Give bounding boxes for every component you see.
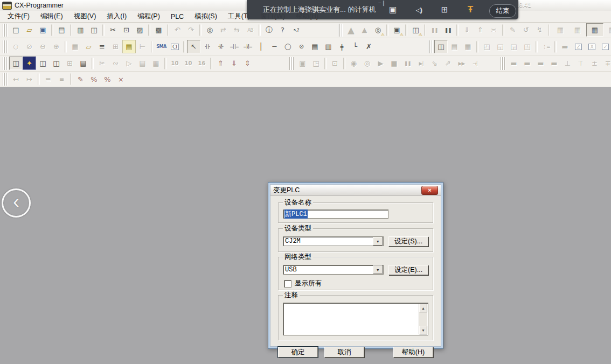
line-connect-icon[interactable]: └ xyxy=(349,40,362,53)
menu-file[interactable]: 文件(F) xyxy=(2,11,35,22)
monitor-decimal-icon[interactable]: 10 xyxy=(168,57,182,70)
monitor-signed-icon[interactable]: 10 xyxy=(182,57,195,70)
timing2-icon[interactable]: ⊤ xyxy=(574,57,588,70)
clear-breakpoints-icon[interactable]: ◎ xyxy=(360,57,374,70)
zoom-tool-icon[interactable]: ○ xyxy=(9,40,23,53)
new-instruction2-icon[interactable]: ▥ xyxy=(322,40,335,53)
mark-edit-icon[interactable]: ✎ xyxy=(74,73,87,86)
address-reference-icon[interactable]: ⇄ xyxy=(217,23,230,37)
open-project-icon[interactable]: ▱ xyxy=(23,23,36,37)
speaker-icon[interactable]: ◁) xyxy=(412,3,426,16)
release-online-edit-icon[interactable]: ↯ xyxy=(533,23,546,37)
debug-options-icon[interactable]: ⊡ xyxy=(328,57,342,70)
help-icon[interactable]: ? xyxy=(276,23,289,37)
cross-reference-icon[interactable]: ⊞ xyxy=(63,57,77,70)
paste-icon[interactable]: ▨ xyxy=(133,23,147,37)
io-unit3-icon[interactable]: ▬ xyxy=(534,57,547,70)
new-window-icon[interactable]: ⊞ xyxy=(438,3,452,16)
find-icon[interactable]: ◎ xyxy=(203,23,217,37)
close-icon[interactable]: × xyxy=(421,186,438,195)
set-off-icon[interactable]: X xyxy=(585,40,599,53)
diff-trace-icon[interactable]: ✂ xyxy=(95,57,109,70)
send-changes-icon[interactable]: ↺ xyxy=(519,23,533,37)
comment-scrollbar[interactable]: ▲ ▼ xyxy=(419,304,427,334)
ladder-view-icon[interactable]: ▤ xyxy=(122,40,136,53)
new-or-contact-icon[interactable]: =| |= xyxy=(227,40,241,53)
cancel-button[interactable]: 取消 xyxy=(324,347,364,358)
work-online-simulator-icon[interactable]: ▲ xyxy=(358,23,371,37)
work-online-icon[interactable]: ▲ xyxy=(344,23,358,37)
outdent-rung-icon[interactable]: ↤ xyxy=(9,73,23,86)
coil-usage-icon[interactable]: ∾ xyxy=(109,57,122,70)
fullscreen-icon[interactable]: ▣ xyxy=(386,3,400,16)
transfer-from-plc-icon[interactable]: ⇑ xyxy=(474,23,487,37)
banner-collapse-pin-icon[interactable]: −❙ xyxy=(378,0,386,6)
window-monitor-icon[interactable]: ◫ xyxy=(434,40,448,53)
timing4-icon[interactable]: ∓ xyxy=(601,57,611,70)
page-setup-icon[interactable]: ▤ xyxy=(55,23,68,37)
compile-icon[interactable]: ✦ xyxy=(23,57,36,70)
zoom-out-icon[interactable]: ⊖ xyxy=(36,40,50,53)
properties-icon[interactable]: ▤ xyxy=(77,57,90,70)
pushpin-icon[interactable]: Ŧ xyxy=(463,3,477,16)
device-type-settings-button[interactable]: 设定(S)... xyxy=(388,236,428,247)
mnemonics-view-icon[interactable]: SMA xyxy=(155,40,168,53)
watch-window-icon[interactable]: ◫ xyxy=(50,57,63,70)
mnemonic-tree-icon[interactable]: ⊢ xyxy=(136,40,149,53)
zoom-in-icon[interactable]: ⊕ xyxy=(50,40,63,53)
network-type-settings-button[interactable]: 设定(E)... xyxy=(388,265,428,275)
scroll-down-icon[interactable]: ▼ xyxy=(419,326,427,334)
new-closed-coil-icon[interactable]: ⊘ xyxy=(295,40,308,53)
section-comment-icon[interactable]: ▱ xyxy=(82,40,95,53)
transfer-to-plc-icon[interactable]: ⇓ xyxy=(460,23,474,37)
set-value-icon[interactable]: ▬ xyxy=(558,40,572,53)
toolbar-grip[interactable] xyxy=(338,24,343,37)
zoom-region-icon[interactable]: ⊘ xyxy=(23,40,36,53)
data-trace-icon[interactable]: ▦ xyxy=(461,40,475,53)
simulator-online-icon[interactable]: ▣ xyxy=(296,57,309,70)
mode-program-icon[interactable]: ▦ xyxy=(552,23,569,37)
print-icon[interactable]: ▥ xyxy=(74,23,87,37)
new-instruction-icon[interactable]: ▤ xyxy=(308,40,322,53)
rung-wrap-icon[interactable]: ⊞ xyxy=(109,40,122,53)
address-comment-icon[interactable]: ≡ xyxy=(95,40,109,53)
indent-rung-icon[interactable]: ↦ xyxy=(23,73,36,86)
memory-view-icon[interactable]: ▤ xyxy=(136,57,149,70)
timing3-icon[interactable]: ± xyxy=(588,57,601,70)
horizontal-line-icon[interactable]: ─ xyxy=(268,40,281,53)
simulator-transfer-icon[interactable]: ◳ xyxy=(309,57,323,70)
stack-view-icon[interactable]: ▤ xyxy=(448,40,461,53)
ok-button[interactable]: 确定 xyxy=(278,347,318,358)
menu-program[interactable]: 编程(P) xyxy=(132,11,165,22)
menu-edit[interactable]: 编辑(E) xyxy=(35,11,68,22)
grid-icon[interactable]: ▦ xyxy=(68,40,82,53)
stop-icon[interactable]: ■ xyxy=(387,57,401,70)
menu-insert[interactable]: 插入(I) xyxy=(101,11,132,22)
toolbar-grip[interactable] xyxy=(3,40,8,53)
paste-attributes-icon[interactable]: ▩ xyxy=(152,23,165,37)
compare-with-plc-icon[interactable]: ≍ xyxy=(487,23,501,37)
online-edit-icon[interactable]: ✎ xyxy=(506,23,519,37)
undo-icon[interactable]: ↶ xyxy=(171,23,184,37)
step-run-icon[interactable]: ▶| xyxy=(414,57,428,70)
device-name-input[interactable]: 新PLC1 xyxy=(283,209,388,219)
line-delete-icon[interactable]: ✗ xyxy=(362,40,376,53)
monitor-hex-icon[interactable]: 16 xyxy=(195,57,209,70)
watch-sheet2-icon[interactable]: ◱ xyxy=(494,40,507,53)
toolbar-grip[interactable] xyxy=(289,57,294,70)
help-button[interactable]: 帮助(H) xyxy=(393,347,433,358)
flag-monitor-icon[interactable]: ▷ xyxy=(122,57,136,70)
toolbar-grip[interactable] xyxy=(3,73,8,86)
online-find-icon[interactable]: ◎ xyxy=(371,23,385,37)
toolbar-grip[interactable] xyxy=(3,24,8,37)
watch-sheet1-icon[interactable]: ◰ xyxy=(480,40,494,53)
force-off-icon[interactable]: ⇓ xyxy=(227,57,241,70)
io-unit2-icon[interactable]: ▬ xyxy=(520,57,534,70)
menu-view[interactable]: 视图(V) xyxy=(68,11,102,22)
io-table-icon[interactable]: ▦ xyxy=(149,57,163,70)
change-all-icon[interactable]: AB xyxy=(244,23,257,37)
show-all-checkbox[interactable] xyxy=(284,280,291,288)
differential-monitor-icon[interactable]: ⋮≡ xyxy=(539,40,553,53)
monitor-warn-icon[interactable]: ◫ xyxy=(409,23,422,37)
set-on-icon[interactable]: Z xyxy=(572,40,585,53)
